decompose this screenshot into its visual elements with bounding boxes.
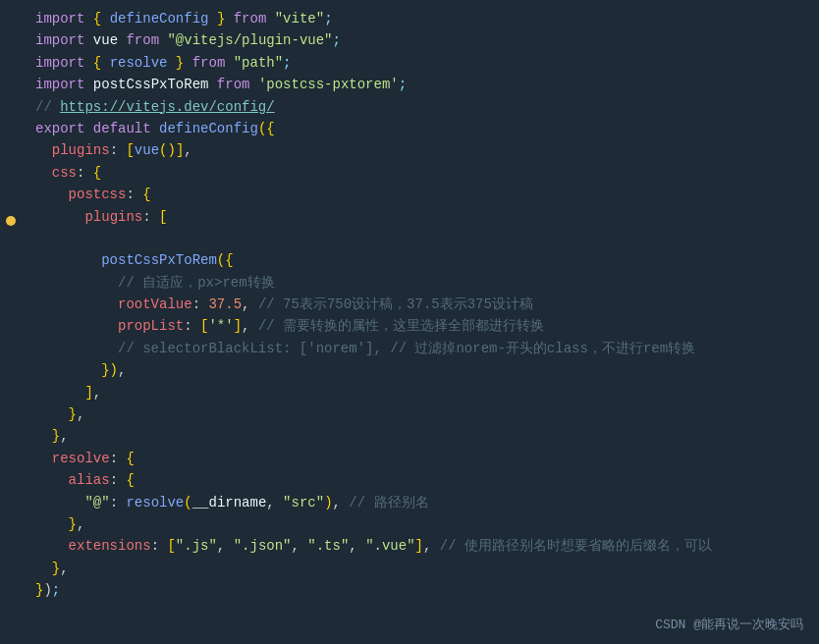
token-plain: ,: [291, 538, 307, 554]
code-content: [31, 228, 815, 249]
token-bracket: {: [142, 187, 150, 202]
token-plain: ,: [118, 362, 126, 378]
code-line: // 自适应，px>rem转换: [0, 272, 819, 294]
code-content: import { defineConfig } from "vite";: [31, 8, 815, 29]
token-comment: // 75表示750设计稿，37.5表示375设计稿: [258, 296, 533, 312]
code-content: plugins: [: [31, 206, 815, 228]
token-kw-import: import: [35, 11, 84, 27]
code-line: rootValue: 37.5, // 75表示750设计稿，37.5表示375…: [0, 294, 819, 315]
token-property: alias: [69, 472, 110, 488]
token-plain: :: [184, 318, 200, 334]
token-bracket: (): [159, 142, 176, 158]
token-bracket: [: [159, 209, 167, 225]
code-content: import postCssPxToRem from 'postcss-pxto…: [31, 74, 815, 95]
token-bracket: ]: [84, 385, 92, 401]
token-property: plugins: [84, 209, 142, 225]
token-string-single: "@": [84, 495, 109, 510]
token-bracket: {: [93, 11, 101, 27]
code-content: // https://vitejs.dev/config/: [31, 96, 815, 118]
token-property: rootValue: [118, 296, 192, 312]
code-line: import { defineConfig } from "vite";: [0, 8, 819, 29]
token-comment: // 自适应，px>rem转换: [118, 275, 275, 291]
token-kw-from: from: [234, 11, 267, 27]
token-variable: __dirname: [192, 495, 267, 510]
token-fn-call: resolve: [126, 495, 184, 510]
code-content: import { resolve } from "path";: [31, 52, 815, 74]
token-plain: [225, 11, 233, 27]
token-plain: [84, 55, 92, 71]
token-plain: ,: [266, 495, 283, 510]
token-bracket: }: [69, 406, 77, 422]
code-content: plugins: [vue()],: [31, 139, 815, 161]
code-lines: import { defineConfig } from "vite";impo…: [0, 8, 819, 602]
token-plain: ,: [77, 516, 84, 532]
token-comment: //: [35, 99, 60, 115]
code-line: });: [0, 579, 819, 601]
token-bracket: [: [167, 538, 175, 554]
token-plain: [84, 11, 92, 27]
code-line: [0, 228, 819, 249]
token-punct: ;: [333, 32, 341, 48]
token-plain: ,: [423, 538, 440, 554]
token-string-single: ".vue": [365, 538, 414, 554]
token-property: css: [52, 165, 77, 181]
code-content: resolve: {: [31, 448, 815, 469]
token-bracket: {: [93, 55, 101, 71]
code-line: // selectorBlackList: ['norem'], // 过滤掉n…: [0, 338, 819, 359]
token-plain: [266, 11, 274, 27]
token-bracket: {: [126, 451, 134, 466]
token-comment: // 需要转换的属性，这里选择全部都进行转换: [258, 318, 544, 334]
token-plain: :: [77, 165, 93, 181]
code-line: ],: [0, 382, 819, 403]
token-comment: // 使用路径别名时想要省略的后缀名，可以: [440, 538, 712, 554]
token-string-single: 'postcss-pxtorem': [258, 77, 399, 92]
code-line: extensions: [".js", ".json", ".ts", ".vu…: [0, 535, 819, 557]
token-plain: [84, 77, 92, 92]
token-string: "@vitejs/plugin-vue": [167, 32, 332, 48]
token-link: https://vitejs.dev/config/: [60, 99, 274, 115]
code-line: css: {: [0, 162, 819, 184]
token-bracket: }): [101, 362, 118, 378]
token-bracket: }: [52, 428, 60, 444]
token-kw-import: default: [93, 121, 151, 136]
token-plain: ,: [77, 406, 84, 422]
code-line: "@": resolve(__dirname, "src"), // 路径别名: [0, 492, 819, 513]
code-line: },: [0, 425, 819, 447]
token-plain: [101, 11, 109, 27]
code-content: css: {: [31, 162, 815, 184]
token-plain: [249, 77, 257, 92]
code-content: },: [31, 403, 815, 425]
token-string: "path": [234, 55, 283, 71]
token-string: "vite": [275, 11, 324, 27]
code-content: },: [31, 425, 815, 447]
token-plain: :: [110, 142, 127, 158]
token-plain: ,: [184, 142, 191, 158]
code-line: export default defineConfig({: [0, 118, 819, 139]
code-line: }),: [0, 359, 819, 381]
token-kw-from: from: [126, 32, 159, 48]
token-plain: [151, 121, 159, 136]
code-line: alias: {: [0, 469, 819, 491]
code-line: postcss: {: [0, 184, 819, 205]
token-plain: :: [110, 495, 127, 510]
token-plain: ,: [349, 538, 365, 554]
token-plain: [84, 121, 92, 136]
code-line: import vue from "@vitejs/plugin-vue";: [0, 29, 819, 51]
token-kw-import: export: [35, 121, 84, 136]
token-property: resolve: [52, 451, 110, 466]
token-kw-import: import: [35, 77, 84, 92]
token-plain: [184, 55, 191, 71]
token-property: postcss: [69, 187, 127, 202]
token-bracket: ({: [258, 121, 275, 136]
token-plain: [84, 32, 92, 48]
token-fn-call: postCssPxToRem: [101, 252, 217, 268]
token-string-single: ".json": [234, 538, 292, 554]
token-kw-from: from: [217, 77, 250, 92]
token-property: propList: [118, 318, 184, 334]
token-plain: :: [110, 472, 127, 488]
token-variable: postCssPxToRem: [93, 77, 209, 92]
line-indicator: [6, 216, 16, 226]
token-plain: [101, 55, 109, 71]
code-content: extensions: [".js", ".json", ".ts", ".vu…: [31, 535, 815, 557]
token-number: 37.5: [208, 296, 242, 312]
